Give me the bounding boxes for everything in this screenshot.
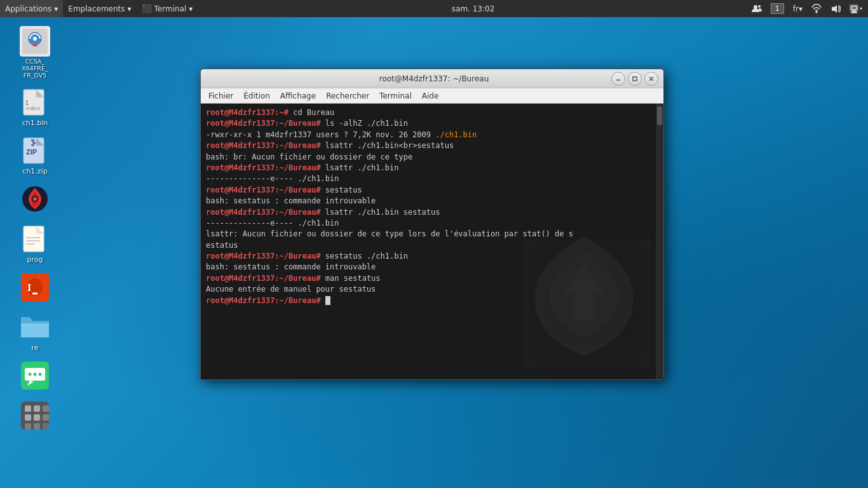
svg-rect-37 — [34, 405, 40, 412]
inkscape-icon-img: I — [20, 272, 50, 302]
cmd-2: ls -alhZ ./ch1.bin — [325, 119, 408, 128]
emplacements-menu[interactable]: Emplacements ▾ — [63, 0, 136, 17]
ch1bin-icon-img: 1 1010 1010 — [20, 87, 50, 118]
desktop-icon-prog[interactable]: prog — [6, 221, 64, 266]
svg-text:I: I — [27, 282, 31, 293]
svg-marker-3 — [832, 5, 837, 13]
desktop: CCSA_X64FRE_FR_DV5 1 1010 1010 ch1.bin Z… — [0, 17, 70, 488]
lang-selector[interactable]: fr ▾ — [790, 0, 806, 17]
wifi-icon — [811, 4, 822, 14]
desktop-icon-ch1zip[interactable]: ZIP ch1.zip — [6, 133, 64, 178]
svg-rect-36 — [25, 405, 31, 412]
svg-rect-40 — [34, 414, 40, 421]
top-panel: Applications ▾ Emplacements ▾ ⬛ Terminal… — [0, 0, 868, 17]
wifi-btn[interactable] — [808, 0, 825, 17]
svg-point-1 — [758, 5, 761, 8]
desktop-icon-chat[interactable] — [6, 358, 64, 395]
terminal-line-11: --------------e---- ./ch1.bin — [206, 218, 658, 229]
desktop-icon-apps[interactable] — [6, 398, 64, 435]
applications-label: Applications — [5, 4, 51, 13]
menu-aide[interactable]: Aide — [417, 88, 444, 103]
menu-affichage[interactable]: Affichage — [275, 88, 321, 103]
prompt-15: root@M4dzfr1337:~/Bureau# — [206, 274, 321, 283]
cmd-6: lsattr ./ch1.bin — [325, 163, 399, 172]
desktop-icon-msf[interactable] — [6, 181, 64, 218]
svg-point-33 — [34, 373, 37, 376]
svg-rect-42 — [25, 423, 31, 430]
terminal-line-7: --------------e---- ./ch1.bin — [206, 173, 658, 184]
desktop-icon-inkscape[interactable]: I — [6, 269, 64, 306]
ch1zip-label: ch1.zip — [22, 167, 47, 175]
re-icon-img — [20, 312, 50, 342]
workspace-number: 1 — [771, 3, 784, 14]
svg-rect-39 — [25, 414, 31, 421]
prompt-6: root@M4dzfr1337:~/Bureau# — [206, 163, 321, 172]
output-11: --------------e---- ./ch1.bin — [206, 219, 339, 227]
sound-btn[interactable] — [827, 0, 844, 17]
terminal-title: root@M4dzfr1337: ~/Bureau — [257, 74, 611, 83]
svg-rect-7 — [851, 12, 857, 13]
output-16: Aucune entrée de manuel pour sestatus — [206, 285, 376, 294]
cmd-13: sestatus ./ch1.bin — [325, 252, 408, 261]
prompt-10: root@M4dzfr1337:~/Bureau# — [206, 208, 321, 217]
highlight-3: ./ch1.bin — [435, 130, 477, 139]
svg-point-34 — [39, 373, 42, 376]
svg-rect-38 — [43, 405, 49, 412]
terminal-arrow: ▾ — [189, 4, 193, 13]
menu-rechercher[interactable]: Rechercher — [321, 88, 374, 103]
terminal-scrollbar[interactable] — [656, 104, 663, 379]
prompt-17: root@M4dzfr1337:~/Bureau# — [206, 296, 321, 305]
output-9: bash: sestatus : commande introuvable — [206, 196, 376, 205]
terminal-line-6: root@M4dzfr1337:~/Bureau# lsattr ./ch1.b… — [206, 163, 658, 173]
maximize-button[interactable] — [628, 72, 642, 86]
desktop-icon-ccsa[interactable]: CCSA_X64FRE_FR_DV5 — [6, 24, 64, 81]
power-arrow: ▾ — [860, 6, 862, 11]
cmd-10: lsattr ./ch1.bin sestatus — [325, 208, 440, 217]
applications-menu[interactable]: Applications ▾ — [0, 0, 63, 17]
svg-point-2 — [816, 11, 817, 13]
desktop-icon-re[interactable]: re — [6, 309, 64, 355]
svg-point-10 — [33, 37, 37, 41]
output-7: --------------e---- ./ch1.bin — [206, 174, 339, 183]
ccsa-label: CCSA_X64FRE_FR_DV5 — [22, 58, 48, 79]
svg-text:1010: 1010 — [31, 106, 41, 111]
terminal-window: root@M4dzfr1337: ~/Bureau Fichier Éditio… — [200, 69, 664, 380]
users-icon-btn[interactable] — [749, 0, 765, 17]
workspace-indicator[interactable]: 1 — [768, 0, 787, 17]
menu-terminal[interactable]: Terminal — [374, 88, 417, 103]
desktop-icon-ch1bin[interactable]: 1 1010 1010 ch1.bin — [6, 85, 64, 130]
power-btn[interactable]: ▾ — [846, 0, 865, 17]
lang-arrow: ▾ — [799, 4, 803, 13]
users-icon — [752, 4, 762, 14]
prompt-2: root@M4dzfr1337:~/Bureau# — [206, 119, 321, 128]
terminal-line-2: root@M4dzfr1337:~/Bureau# ls -alhZ ./ch1… — [206, 118, 658, 129]
titlebar-buttons — [611, 72, 658, 86]
scrollbar-thumb[interactable] — [657, 106, 662, 125]
terminal-line-8: root@M4dzfr1337:~/Bureau# sestatus — [206, 185, 658, 196]
prompt-1: root@M4dzfr1337:~# — [206, 108, 288, 117]
svg-text:ZIP: ZIP — [26, 148, 37, 156]
svg-point-32 — [29, 373, 32, 376]
svg-rect-41 — [43, 414, 49, 421]
svg-rect-44 — [43, 423, 49, 430]
ch1zip-icon-img: ZIP — [20, 135, 50, 166]
prompt-8: root@M4dzfr1337:~/Bureau# — [206, 186, 321, 194]
close-button[interactable] — [644, 72, 658, 86]
prompt-4: root@M4dzfr1337:~/Bureau# — [206, 141, 321, 150]
emplacements-arrow: ▾ — [128, 4, 132, 13]
terminal-content[interactable]: root@M4dzfr1337:~# cd Bureau root@M4dzfr… — [201, 104, 663, 379]
terminal-line-3: -rwxr-xr-x 1 m4dzfr1337 users ? 7,2K nov… — [206, 130, 658, 140]
terminal-menu[interactable]: ⬛ Terminal ▾ — [137, 0, 198, 17]
terminal-titlebar: root@M4dzfr1337: ~/Bureau — [201, 69, 663, 88]
svg-rect-43 — [34, 423, 40, 430]
terminal-line-5: bash: br: Aucun fichier ou dossier de ce… — [206, 152, 658, 163]
svg-rect-17 — [31, 139, 34, 142]
terminal-line-1: root@M4dzfr1337:~# cd Bureau — [206, 107, 658, 118]
terminal-line-4: root@M4dzfr1337:~/Bureau# lsattr ./ch1.b… — [206, 140, 658, 151]
menu-fichier[interactable]: Fichier — [203, 88, 238, 103]
menu-edition[interactable]: Édition — [238, 88, 275, 103]
minimize-button[interactable] — [611, 72, 625, 86]
cmd-8: sestatus — [325, 186, 362, 194]
output-5: bash: br: Aucun fichier ou dossier de ce… — [206, 152, 412, 161]
apps-icon-img — [20, 400, 50, 431]
